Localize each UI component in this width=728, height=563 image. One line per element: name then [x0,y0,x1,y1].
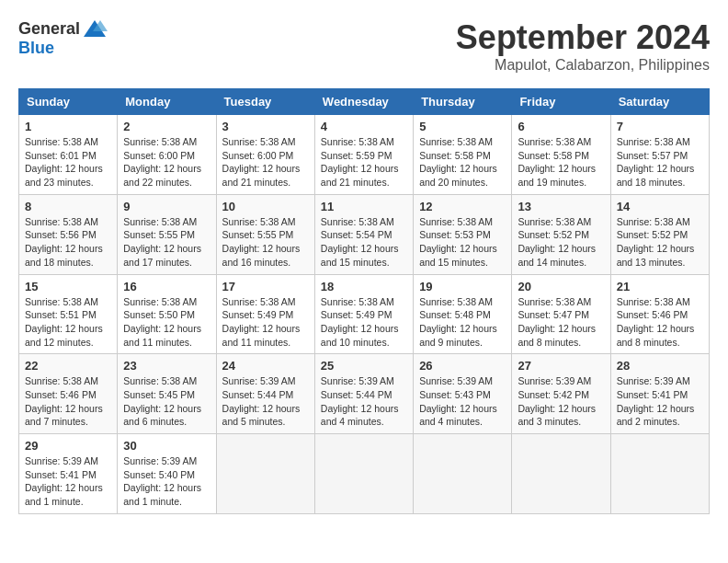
day-info: Sunrise: 5:38 AM Sunset: 5:58 PM Dayligh… [518,135,604,190]
calendar-cell: 30Sunrise: 5:39 AM Sunset: 5:40 PM Dayli… [118,434,216,514]
weekday-header-tuesday: Tuesday [216,89,314,115]
calendar-cell [414,434,512,514]
calendar-cell: 17Sunrise: 5:38 AM Sunset: 5:49 PM Dayli… [216,274,314,354]
calendar-week-4: 22Sunrise: 5:38 AM Sunset: 5:46 PM Dayli… [19,354,710,434]
day-number: 29 [25,439,111,453]
day-info: Sunrise: 5:38 AM Sunset: 5:54 PM Dayligh… [321,215,407,270]
day-info: Sunrise: 5:38 AM Sunset: 5:50 PM Dayligh… [123,295,210,350]
day-number: 20 [518,280,604,293]
day-number: 16 [123,280,210,293]
day-number: 19 [419,280,506,293]
calendar-cell: 13Sunrise: 5:38 AM Sunset: 5:52 PM Dayli… [512,194,610,274]
day-info: Sunrise: 5:38 AM Sunset: 5:46 PM Dayligh… [617,295,703,350]
calendar-cell: 20Sunrise: 5:38 AM Sunset: 5:47 PM Dayli… [512,274,610,354]
day-number: 14 [617,200,703,213]
day-info: Sunrise: 5:38 AM Sunset: 5:55 PM Dayligh… [222,215,309,270]
day-info: Sunrise: 5:38 AM Sunset: 5:57 PM Dayligh… [617,135,703,190]
calendar-week-3: 15Sunrise: 5:38 AM Sunset: 5:51 PM Dayli… [19,274,710,354]
day-number: 4 [321,120,407,133]
calendar-cell: 26Sunrise: 5:39 AM Sunset: 5:43 PM Dayli… [414,354,512,434]
day-number: 24 [222,359,309,373]
day-info: Sunrise: 5:39 AM Sunset: 5:42 PM Dayligh… [518,374,604,429]
day-number: 12 [419,200,506,213]
logo-general-text: General [18,19,80,39]
day-number: 22 [25,359,111,373]
day-info: Sunrise: 5:38 AM Sunset: 5:46 PM Dayligh… [25,374,111,429]
calendar-cell: 1Sunrise: 5:38 AM Sunset: 6:01 PM Daylig… [19,115,118,195]
day-number: 21 [617,280,703,293]
day-number: 25 [321,359,407,373]
day-info: Sunrise: 5:39 AM Sunset: 5:40 PM Dayligh… [123,454,210,509]
day-info: Sunrise: 5:38 AM Sunset: 5:45 PM Dayligh… [123,374,210,429]
title-section: September 2024 Mapulot, Calabarzon, Phil… [456,18,710,74]
calendar-cell: 23Sunrise: 5:38 AM Sunset: 5:45 PM Dayli… [118,354,216,434]
calendar-cell [216,434,314,514]
day-number: 17 [222,280,309,293]
logo-icon [82,18,108,39]
day-info: Sunrise: 5:39 AM Sunset: 5:41 PM Dayligh… [617,374,703,429]
calendar-cell: 4Sunrise: 5:38 AM Sunset: 5:59 PM Daylig… [314,115,413,195]
calendar-cell: 16Sunrise: 5:38 AM Sunset: 5:50 PM Dayli… [118,274,216,354]
day-number: 8 [25,200,111,213]
calendar-cell [314,434,413,514]
day-info: Sunrise: 5:38 AM Sunset: 5:51 PM Dayligh… [25,295,111,350]
day-info: Sunrise: 5:38 AM Sunset: 5:53 PM Dayligh… [419,215,506,270]
calendar-week-2: 8Sunrise: 5:38 AM Sunset: 5:56 PM Daylig… [19,194,710,274]
calendar-cell: 29Sunrise: 5:39 AM Sunset: 5:41 PM Dayli… [19,434,118,514]
day-info: Sunrise: 5:38 AM Sunset: 5:47 PM Dayligh… [518,295,604,350]
calendar-cell: 3Sunrise: 5:38 AM Sunset: 6:00 PM Daylig… [216,115,314,195]
day-info: Sunrise: 5:38 AM Sunset: 5:48 PM Dayligh… [419,295,506,350]
calendar-cell: 15Sunrise: 5:38 AM Sunset: 5:51 PM Dayli… [19,274,118,354]
day-number: 5 [419,120,506,133]
calendar-week-1: 1Sunrise: 5:38 AM Sunset: 6:01 PM Daylig… [19,115,710,195]
day-number: 15 [25,280,111,293]
calendar-cell [610,434,709,514]
weekday-header-thursday: Thursday [414,89,512,115]
calendar-week-5: 29Sunrise: 5:39 AM Sunset: 5:41 PM Dayli… [19,434,710,514]
calendar-cell: 22Sunrise: 5:38 AM Sunset: 5:46 PM Dayli… [19,354,118,434]
day-number: 30 [123,439,210,453]
day-info: Sunrise: 5:39 AM Sunset: 5:43 PM Dayligh… [419,374,506,429]
day-info: Sunrise: 5:38 AM Sunset: 6:01 PM Dayligh… [25,135,111,190]
calendar-cell: 18Sunrise: 5:38 AM Sunset: 5:49 PM Dayli… [314,274,413,354]
calendar-cell: 14Sunrise: 5:38 AM Sunset: 5:52 PM Dayli… [610,194,709,274]
month-title: September 2024 [456,18,710,57]
calendar-cell: 12Sunrise: 5:38 AM Sunset: 5:53 PM Dayli… [414,194,512,274]
day-info: Sunrise: 5:39 AM Sunset: 5:44 PM Dayligh… [222,374,309,429]
calendar-cell: 28Sunrise: 5:39 AM Sunset: 5:41 PM Dayli… [610,354,709,434]
day-number: 10 [222,200,309,213]
calendar-cell: 19Sunrise: 5:38 AM Sunset: 5:48 PM Dayli… [414,274,512,354]
day-info: Sunrise: 5:38 AM Sunset: 5:56 PM Dayligh… [25,215,111,270]
day-number: 23 [123,359,210,373]
weekday-header-sunday: Sunday [19,89,118,115]
day-info: Sunrise: 5:38 AM Sunset: 5:49 PM Dayligh… [321,295,407,350]
day-number: 6 [518,120,604,133]
weekday-header-wednesday: Wednesday [314,89,413,115]
page-header: General Blue September 2024 Mapulot, Cal… [18,18,710,74]
day-number: 28 [617,359,703,373]
calendar-cell: 25Sunrise: 5:39 AM Sunset: 5:44 PM Dayli… [314,354,413,434]
day-number: 2 [123,120,210,133]
day-info: Sunrise: 5:39 AM Sunset: 5:41 PM Dayligh… [25,454,111,509]
day-number: 18 [321,280,407,293]
location-title: Mapulot, Calabarzon, Philippines [456,57,710,74]
calendar-cell: 7Sunrise: 5:38 AM Sunset: 5:57 PM Daylig… [610,115,709,195]
day-info: Sunrise: 5:38 AM Sunset: 5:52 PM Dayligh… [518,215,604,270]
calendar-cell: 24Sunrise: 5:39 AM Sunset: 5:44 PM Dayli… [216,354,314,434]
day-info: Sunrise: 5:38 AM Sunset: 6:00 PM Dayligh… [222,135,309,190]
day-number: 27 [518,359,604,373]
day-info: Sunrise: 5:38 AM Sunset: 5:49 PM Dayligh… [222,295,309,350]
day-number: 1 [25,120,111,133]
calendar-cell: 5Sunrise: 5:38 AM Sunset: 5:58 PM Daylig… [414,115,512,195]
weekday-header-row: SundayMondayTuesdayWednesdayThursdayFrid… [19,89,710,115]
logo-blue-text: Blue [18,39,54,57]
calendar-table: SundayMondayTuesdayWednesdayThursdayFrid… [18,88,710,514]
calendar-cell: 10Sunrise: 5:38 AM Sunset: 5:55 PM Dayli… [216,194,314,274]
weekday-header-saturday: Saturday [610,89,709,115]
day-number: 3 [222,120,309,133]
calendar-cell: 27Sunrise: 5:39 AM Sunset: 5:42 PM Dayli… [512,354,610,434]
calendar-cell: 21Sunrise: 5:38 AM Sunset: 5:46 PM Dayli… [610,274,709,354]
day-info: Sunrise: 5:38 AM Sunset: 5:55 PM Dayligh… [123,215,210,270]
day-info: Sunrise: 5:38 AM Sunset: 6:00 PM Dayligh… [123,135,210,190]
day-info: Sunrise: 5:38 AM Sunset: 5:58 PM Dayligh… [419,135,506,190]
